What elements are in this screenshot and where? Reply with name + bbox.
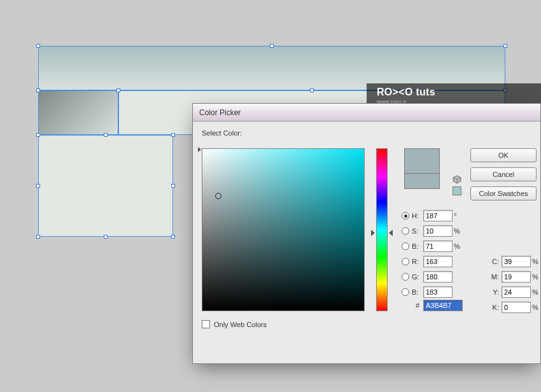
cube-icon[interactable] [453, 175, 461, 184]
only-web-colors-row: Only Web Colors [202, 320, 267, 328]
hue-pointer-left-icon[interactable] [371, 230, 375, 236]
selection-handle[interactable] [36, 133, 40, 137]
black-input[interactable] [502, 302, 531, 313]
dialog-title: Color Picker [199, 108, 241, 117]
black-unit: % [532, 304, 540, 311]
ok-button[interactable]: OK [470, 148, 537, 162]
red-input[interactable] [423, 256, 453, 267]
brightness-radio[interactable] [402, 242, 409, 250]
selection-handle[interactable] [171, 184, 175, 188]
cyan-unit: % [532, 258, 540, 265]
yellow-unit: % [532, 288, 540, 296]
color-picker-dialog: Color Picker Select Color: OK Cancel Col… [192, 103, 541, 364]
green-radio[interactable] [402, 273, 409, 281]
color-swatches-button[interactable]: Color Swatches [470, 186, 537, 200]
logo-sym: >< [393, 87, 405, 97]
cyan-label: C: [489, 258, 502, 265]
hue-slider[interactable] [376, 148, 388, 311]
blue-label: B: [412, 288, 423, 296]
selection-handle[interactable] [270, 44, 274, 48]
selection-handle[interactable] [36, 44, 40, 48]
cancel-button[interactable]: Cancel [470, 167, 537, 181]
saturation-label: S: [412, 227, 423, 235]
select-color-label: Select Color: [202, 129, 531, 137]
selection-handle[interactable] [171, 133, 175, 137]
selection-handle[interactable] [36, 235, 40, 239]
hue-radio[interactable] [402, 212, 409, 220]
magenta-unit: % [532, 273, 540, 281]
magenta-label: M: [489, 273, 502, 281]
selection-handle[interactable] [104, 235, 108, 239]
only-web-colors-label: Only Web Colors [214, 321, 267, 328]
saturation-brightness-field[interactable] [202, 148, 365, 311]
hue-pointer-right-icon[interactable] [389, 230, 393, 236]
dialog-body: Select Color: OK Cancel Color Swatches H… [193, 122, 540, 363]
selected-rect-bottom[interactable] [38, 135, 173, 237]
hue-unit: ° [454, 212, 461, 220]
saturation-input[interactable] [423, 225, 453, 237]
selection-handle[interactable] [171, 235, 175, 239]
hex-label: # [402, 302, 423, 309]
selection-handle[interactable] [310, 88, 314, 92]
hue-label: H: [412, 212, 423, 220]
logo-suffix: tuts [413, 87, 435, 97]
red-label: R: [412, 258, 423, 265]
yellow-label: Y: [489, 288, 502, 296]
brightness-label: B: [412, 242, 423, 250]
brightness-input[interactable] [423, 241, 453, 252]
selection-handle[interactable] [116, 88, 120, 92]
red-radio[interactable] [402, 258, 409, 265]
new-color-swatch [404, 148, 440, 174]
magenta-input[interactable] [502, 271, 531, 283]
only-web-colors-checkbox[interactable] [202, 320, 210, 328]
sb-marker-icon[interactable] [215, 193, 221, 199]
saturation-unit: % [454, 227, 461, 235]
dialog-titlebar[interactable]: Color Picker [193, 104, 540, 122]
saturation-radio[interactable] [402, 227, 409, 235]
selection-handle[interactable] [36, 184, 40, 188]
hex-row: # [402, 300, 463, 311]
green-input[interactable] [423, 271, 453, 283]
hue-input[interactable] [423, 210, 453, 221]
watermark-logo: RO><O tuts [377, 87, 435, 98]
add-to-swatches-icon[interactable] [453, 186, 461, 195]
brightness-unit: % [454, 242, 461, 250]
black-label: K: [489, 304, 502, 311]
blue-radio[interactable] [402, 288, 409, 296]
hex-input[interactable] [423, 300, 463, 311]
logo-text: RO [377, 87, 393, 97]
selection-handle[interactable] [104, 133, 108, 137]
cmyk-fields: C: % M: % Y: % K: % [489, 254, 540, 315]
selected-rect-mid-left[interactable] [38, 90, 118, 135]
selection-handle[interactable] [36, 88, 40, 92]
current-color-swatch[interactable] [404, 174, 440, 189]
logo-text: O [405, 87, 413, 97]
blue-input[interactable] [423, 286, 453, 298]
yellow-input[interactable] [502, 286, 531, 298]
cyan-input[interactable] [502, 256, 531, 267]
selection-handle[interactable] [503, 44, 507, 48]
sb-arrow-icon [198, 147, 201, 152]
green-label: G: [412, 273, 423, 281]
